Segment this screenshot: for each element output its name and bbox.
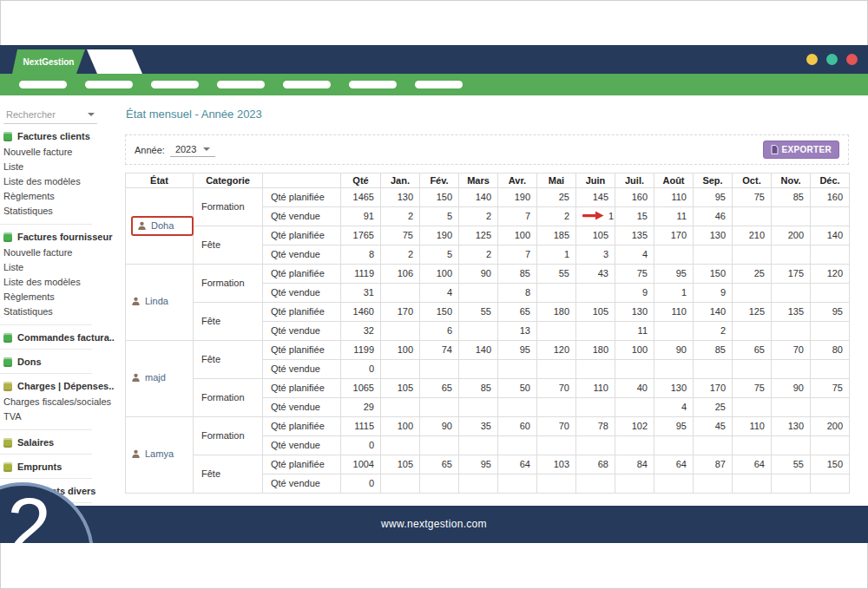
sidebar-item-liste-des-mod-les[interactable]: Liste des modèles [0, 173, 115, 188]
row-label-cell: Qté vendue [263, 398, 341, 417]
client-name[interactable]: majd [131, 372, 166, 383]
client-name-label: majd [145, 372, 166, 383]
sidebar-item-nouvelle-facture[interactable]: Nouvelle facture [0, 144, 115, 159]
client-name[interactable]: Doha [131, 216, 194, 236]
month-value-cell: 65 [498, 303, 537, 322]
row-label-cell: Qté planifiée [263, 455, 341, 474]
month-value-cell: 185 [537, 226, 576, 245]
month-value-cell [811, 245, 850, 265]
month-value-cell: 11 [615, 322, 654, 341]
sidebar-section-dons[interactable]: Dons [0, 357, 115, 367]
month-value-cell [576, 322, 615, 341]
footer-url[interactable]: www.nextgestion.com [0, 506, 868, 543]
year-select[interactable]: 2023 [170, 143, 215, 157]
month-value-cell: 5 [420, 245, 459, 265]
nav-pill[interactable] [151, 81, 199, 88]
month-value-cell [811, 360, 850, 379]
window-control-dot[interactable] [846, 54, 858, 65]
column-header: Categorie [194, 173, 263, 188]
sidebar-item-statistiques[interactable]: Statistiques [0, 304, 115, 318]
sidebar-section-factures-fournisseur[interactable]: Factures fournisseur [0, 232, 115, 242]
nav-pills [0, 74, 868, 88]
month-value-cell [459, 436, 498, 455]
month-value-cell [381, 474, 420, 494]
month-value-cell [498, 360, 537, 379]
filter-panel: Année: 2023 EXPORTER [125, 134, 849, 165]
month-value-cell [733, 207, 772, 226]
month-value-cell: 90 [420, 417, 459, 436]
brand-logo[interactable]: NextGestion [12, 49, 85, 74]
qty-total-cell: 1004 [341, 455, 381, 474]
month-value-cell: 90 [772, 379, 811, 398]
top-bar: NextGestion [0, 45, 868, 74]
window-controls [806, 54, 858, 65]
month-value-cell [459, 360, 498, 379]
search-input[interactable]: Rechercher [3, 106, 97, 124]
sidebar-item-statistiques[interactable]: Statistiques [0, 203, 115, 218]
month-value-cell [459, 322, 498, 341]
month-value-cell: 55 [772, 455, 811, 474]
sidebar-item-liste[interactable]: Liste [0, 259, 115, 274]
column-header: Nov. [772, 173, 811, 188]
month-value-cell: 78 [576, 417, 615, 436]
sidebar-section-charges-d-penses[interactable]: Charges | Dépenses... [0, 381, 115, 391]
column-header: Déc. [811, 173, 850, 188]
month-value-cell [772, 284, 811, 303]
month-value-cell: 84 [615, 455, 654, 474]
column-header: Juil. [615, 173, 654, 188]
window-control-dot[interactable] [826, 54, 838, 65]
nav-pill[interactable] [217, 81, 265, 88]
month-value-cell: 8 [498, 284, 537, 303]
month-value-cell: 135 [615, 226, 654, 245]
table-header-row: ÉtatCategorieQtéJan.Fév.MarsAvr.MaiJuinJ… [126, 173, 850, 188]
nav-pill[interactable] [349, 81, 397, 88]
sidebar-item-r-glements[interactable]: Règlements [0, 289, 115, 304]
sidebar-menu: Factures clientsNouvelle factureListeLis… [0, 131, 115, 506]
month-value-cell: 100 [381, 341, 420, 360]
client-name[interactable]: Linda [131, 296, 168, 307]
month-value-cell [381, 322, 420, 341]
month-value-cell: 2 [381, 245, 420, 265]
client-name[interactable]: Lamya [131, 448, 174, 460]
sidebar-item-liste-des-mod-les[interactable]: Liste des modèles [0, 274, 115, 289]
column-header: État [126, 173, 194, 188]
month-value-cell: 150 [811, 455, 850, 474]
category-cell: Fête [194, 303, 263, 341]
window-control-dot[interactable] [806, 54, 818, 65]
export-button[interactable]: EXPORTER [763, 141, 839, 159]
qty-total-cell: 91 [341, 207, 381, 226]
sidebar-item-r-glements[interactable]: Règlements [0, 188, 115, 203]
nav-pill[interactable] [415, 81, 463, 88]
month-value-cell: 15 [615, 207, 654, 226]
month-value-cell: 180 [576, 341, 615, 360]
sidebar-section-factures-clients[interactable]: Factures clients [0, 131, 115, 141]
row-label-cell: Qté planifiée [263, 379, 341, 398]
sidebar-item-tva[interactable]: TVA [0, 409, 115, 423]
month-value-cell [772, 322, 811, 341]
month-value-cell [498, 436, 537, 455]
month-value-cell [694, 474, 733, 494]
nav-pill[interactable] [283, 81, 331, 88]
month-value-cell: 110 [733, 417, 772, 436]
qty-total-cell: 1115 [341, 417, 381, 436]
month-value-cell [381, 284, 420, 303]
sidebar-section-salaires[interactable]: Salaires [0, 437, 115, 448]
month-value-cell [615, 436, 654, 455]
month-value-cell: 4 [420, 284, 459, 303]
month-value-cell: 65 [420, 455, 459, 474]
month-value-cell: 130 [694, 226, 733, 245]
month-value-cell [420, 360, 459, 379]
month-value-cell: 64 [654, 455, 694, 474]
sidebar-item-liste[interactable]: Liste [0, 159, 115, 173]
month-value-cell: 130 [654, 379, 694, 398]
month-value-cell [537, 474, 576, 494]
nav-pill[interactable] [85, 81, 133, 88]
sidebar-item-charges-fiscales-sociales[interactable]: Charges fiscales/sociales [0, 394, 115, 409]
sidebar-section-commandes-factura[interactable]: Commandes factura... [0, 332, 115, 343]
sidebar-section-emprunts[interactable]: Emprunts [0, 461, 115, 472]
month-value-cell [654, 322, 694, 341]
nav-pill[interactable] [19, 81, 67, 88]
month-value-cell [381, 398, 420, 417]
month-value-cell [694, 436, 733, 455]
sidebar-item-nouvelle-facture[interactable]: Nouvelle facture [0, 245, 115, 259]
